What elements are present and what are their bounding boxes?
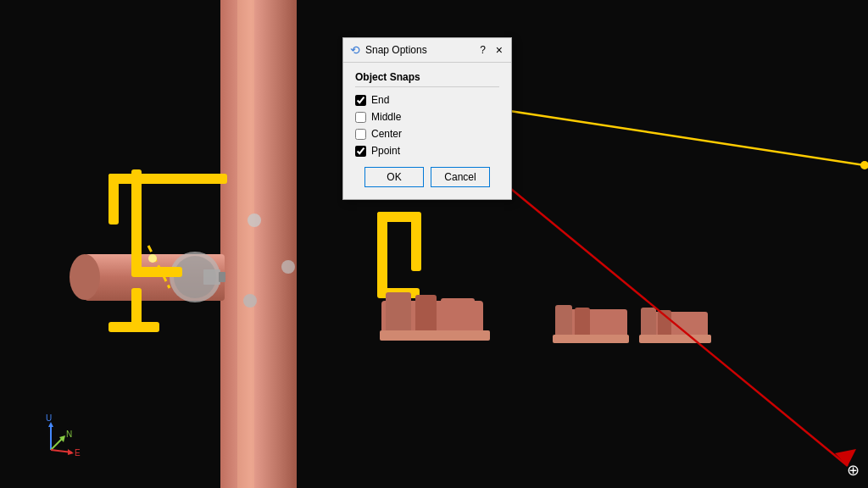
- snap-center-checkbox[interactable]: [355, 129, 366, 140]
- svg-text:U: U: [46, 413, 52, 423]
- snap-middle-checkbox[interactable]: [355, 112, 366, 123]
- coordinate-indicator: U N E: [34, 412, 85, 463]
- svg-rect-16: [377, 212, 387, 297]
- svg-rect-1: [237, 0, 254, 488]
- svg-line-35: [504, 110, 865, 165]
- snap-center-label[interactable]: Center: [371, 128, 402, 140]
- snap-option-middle: Middle: [355, 111, 499, 123]
- snap-option-ppoint: Ppoint: [355, 145, 499, 157]
- svg-point-15: [148, 254, 157, 263]
- object-snaps-section-label: Object Snaps: [355, 71, 499, 87]
- snap-middle-label[interactable]: Middle: [371, 111, 401, 123]
- svg-point-3: [70, 254, 100, 300]
- svg-rect-8: [131, 267, 182, 277]
- snap-icon: ⟲: [350, 43, 360, 57]
- snap-end-label[interactable]: End: [371, 94, 389, 106]
- snap-option-end: End: [355, 94, 499, 106]
- cancel-button[interactable]: Cancel: [431, 167, 490, 187]
- dialog-title: Snap Options: [365, 44, 471, 56]
- close-button[interactable]: ×: [494, 44, 504, 56]
- svg-rect-7: [131, 169, 142, 271]
- snap-ppoint-checkbox[interactable]: [355, 146, 366, 157]
- crosshair-cursor: ⊕: [847, 461, 860, 480]
- snap-ppoint-label[interactable]: Ppoint: [371, 145, 400, 157]
- dialog-buttons: OK Cancel: [355, 167, 499, 187]
- svg-point-42: [243, 294, 257, 308]
- svg-rect-29: [553, 335, 629, 343]
- svg-rect-12: [108, 322, 159, 332]
- svg-rect-44: [219, 272, 225, 282]
- svg-point-36: [860, 161, 868, 169]
- svg-rect-24: [380, 330, 490, 341]
- svg-rect-43: [203, 269, 220, 285]
- svg-rect-23: [441, 298, 475, 336]
- svg-point-41: [281, 260, 295, 274]
- svg-point-40: [248, 214, 261, 227]
- dialog-body: Object Snaps End Middle Center Ppoint OK…: [343, 63, 511, 199]
- snap-options-dialog: ⟲ Snap Options ? × Object Snaps End Midd…: [342, 37, 512, 200]
- dialog-titlebar: ⟲ Snap Options ? ×: [343, 38, 511, 63]
- svg-text:E: E: [75, 448, 81, 458]
- svg-rect-0: [220, 0, 297, 488]
- snap-option-center: Center: [355, 128, 499, 140]
- ok-button[interactable]: OK: [364, 167, 424, 187]
- help-button[interactable]: ?: [476, 44, 489, 56]
- svg-text:N: N: [66, 430, 72, 439]
- svg-line-37: [487, 169, 848, 466]
- snap-end-checkbox[interactable]: [355, 95, 366, 106]
- svg-marker-52: [68, 449, 74, 455]
- svg-rect-10: [108, 174, 176, 184]
- svg-rect-34: [639, 335, 711, 343]
- svg-rect-18: [411, 212, 421, 271]
